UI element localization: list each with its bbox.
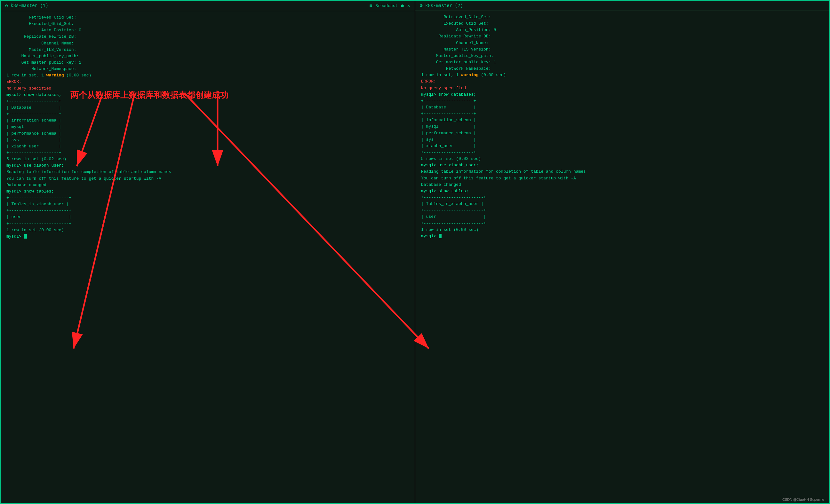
- gear-icon-right: ⚙: [420, 3, 423, 9]
- terminal-line: Retrieved_Gtid_Set:: [421, 14, 824, 21]
- terminal-line: Database changed: [421, 182, 824, 188]
- terminal-line: Channel_Name:: [421, 40, 824, 46]
- gear-icon-left: ⚙: [5, 3, 8, 9]
- terminal-body-left: Retrieved_Gtid_Set: Executed_Gtid_Set: A…: [1, 11, 415, 503]
- terminal-header-right: ⚙ k8s-master (2): [415, 1, 829, 11]
- terminal-line: Executed_Gtid_Set:: [6, 21, 409, 27]
- terminal-line: mysql> use xiaohh_user;: [6, 163, 409, 169]
- terminal-line: Replicate_Rewrite_DB:: [6, 34, 409, 40]
- block-cursor: [439, 234, 442, 238]
- terminal-line: | performance_schema |: [6, 131, 409, 137]
- terminal-line: mysql> show tables;: [6, 188, 409, 195]
- terminal-line: 5 rows in set (0.02 sec): [421, 156, 824, 162]
- terminal-line: +--------------------+: [6, 150, 409, 156]
- terminal-line: +--------------------+: [6, 98, 409, 105]
- terminal-line: ERROR:: [6, 79, 409, 85]
- terminal-line: +------------------------+: [6, 195, 409, 201]
- terminal-line: | xiaohh_user |: [6, 143, 409, 150]
- terminal-line: Channel_Name:: [6, 40, 409, 47]
- terminal-line: 1 row in set, 1 warning (0.00 sec): [421, 72, 824, 78]
- terminal-line: mysql> show databases;: [6, 92, 409, 98]
- terminal-body-right: Retrieved_Gtid_Set: Executed_Gtid_Set: A…: [415, 11, 829, 503]
- terminal-line: mysql> use xiaohh_user;: [421, 162, 824, 169]
- terminal-line: Auto_Position: 0: [421, 27, 824, 33]
- terminal-line: +------------------------+: [421, 220, 824, 227]
- terminal-line: You can turn off this feature to get a q…: [6, 175, 409, 182]
- broadcast-dot: [401, 4, 404, 7]
- terminal-line: +--------------------+: [421, 149, 824, 156]
- terminal-line: mysql>: [421, 233, 824, 239]
- terminal-line: No query specified: [421, 85, 824, 92]
- terminal-name-right: k8s-master (2): [425, 3, 463, 8]
- terminal-header-left: ⚙ k8s-master (1) ⊞ Broadcast ✕: [1, 1, 415, 11]
- broadcast-label: Broadcast: [375, 3, 398, 8]
- terminal-line: Master_TLS_Version:: [6, 47, 409, 53]
- terminal-line: mysql> show tables;: [421, 188, 824, 195]
- terminal-line: mysql> show databases;: [421, 92, 824, 98]
- terminal-pane-right: ⚙ k8s-master (2) Retrieved_Gtid_Set: Exe…: [415, 0, 830, 504]
- terminal-name-left: k8s-master (1): [10, 3, 48, 8]
- terminal-line: Reading table information for completion…: [421, 169, 824, 175]
- terminal-line: +--------------------+: [421, 98, 824, 104]
- terminal-line: Retrieved_Gtid_Set:: [6, 14, 409, 21]
- terminal-line: +--------------------+: [421, 111, 824, 117]
- terminal-line: Get_master_public_key: 1: [421, 59, 824, 66]
- terminal-line: +------------------------+: [6, 207, 409, 214]
- terminal-line: +------------------------+: [421, 207, 824, 214]
- terminal-line: ERROR:: [421, 78, 824, 85]
- terminal-line: | performance_schema |: [421, 130, 824, 137]
- close-button-left[interactable]: ✕: [407, 3, 410, 9]
- warning-word: warning: [46, 73, 64, 78]
- terminal-line: mysql>: [6, 233, 409, 240]
- terminal-pane-left: ⚙ k8s-master (1) ⊞ Broadcast ✕ Retrieved…: [0, 0, 415, 504]
- terminal-line: Database changed: [6, 182, 409, 188]
- terminal-line: Network_Namespace:: [421, 66, 824, 72]
- terminal-line: | information_schema |: [6, 117, 409, 124]
- terminal-line: Network_Namespace:: [6, 66, 409, 72]
- warning-word: warning: [461, 73, 479, 77]
- terminal-line: Master_public_key_path:: [6, 53, 409, 60]
- terminal-line: | Tables_in_xiaohh_user |: [421, 201, 824, 207]
- terminal-title-left: ⚙ k8s-master (1): [5, 3, 48, 9]
- terminal-line: Auto_Position: 0: [6, 27, 409, 34]
- terminal-line: +------------------------+: [6, 221, 409, 227]
- terminal-line: +------------------------+: [421, 195, 824, 201]
- terminal-line: No query specified: [6, 86, 409, 92]
- terminal-line: | information_schema |: [421, 117, 824, 124]
- terminal-line: | Tables_in_xiaohh_user |: [6, 201, 409, 207]
- terminal-line: Master_TLS_Version:: [421, 46, 824, 53]
- terminal-line: +--------------------+: [6, 111, 409, 117]
- terminal-line: 1 row in set (0.00 sec): [6, 227, 409, 233]
- broadcast-icon: ⊞: [370, 3, 372, 8]
- terminal-line: You can turn off this feature to get a q…: [421, 175, 824, 182]
- terminal-line: Replicate_Rewrite_DB:: [421, 33, 824, 40]
- terminal-line: | Database |: [6, 105, 409, 111]
- terminal-line: | sys |: [421, 137, 824, 143]
- terminal-line: | user |: [421, 214, 824, 220]
- terminal-line: | sys |: [6, 137, 409, 143]
- terminal-line: Executed_Gtid_Set:: [421, 21, 824, 27]
- terminal-line: | Database |: [421, 104, 824, 111]
- terminal-line: | mysql |: [6, 124, 409, 130]
- terminal-line: Get_master_public_key: 1: [6, 60, 409, 66]
- cursor: [24, 234, 27, 239]
- terminal-line: 5 rows in set (0.02 sec): [6, 156, 409, 163]
- terminal-line: | xiaohh_user |: [421, 143, 824, 149]
- watermark: CSDN @XiaoHH Superme: [782, 498, 824, 501]
- terminal-title-right: ⚙ k8s-master (2): [420, 3, 463, 9]
- header-right-left: ⊞ Broadcast ✕: [370, 3, 410, 9]
- terminal-line: | mysql |: [421, 124, 824, 130]
- terminal-line: 1 row in set, 1 warning (0.00 sec): [6, 72, 409, 79]
- terminal-line: Reading table information for completion…: [6, 169, 409, 175]
- terminal-container: ⚙ k8s-master (1) ⊞ Broadcast ✕ Retrieved…: [0, 0, 830, 504]
- terminal-line: | user |: [6, 214, 409, 220]
- terminal-line: 1 row in set (0.00 sec): [421, 227, 824, 233]
- terminal-line: Master_public_key_path:: [421, 53, 824, 59]
